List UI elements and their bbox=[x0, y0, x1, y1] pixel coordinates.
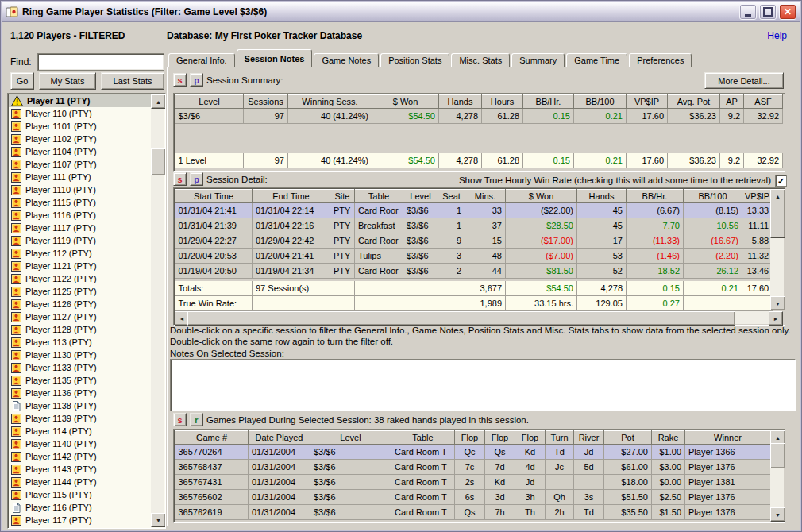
player-list-item[interactable]: Player 1125 (PTY) bbox=[9, 285, 151, 298]
game-row[interactable]: 36576261901/31/2004$3/$6Card Room TQs7hT… bbox=[175, 505, 771, 520]
tab-session-notes[interactable]: Session Notes bbox=[237, 49, 313, 67]
scroll-up-icon[interactable]: ▲ bbox=[151, 94, 166, 109]
column-header[interactable]: Winning Sess. bbox=[288, 95, 372, 109]
player-list-item[interactable]: Player 1126 (PTY) bbox=[9, 298, 151, 310]
column-header[interactable]: BB/Hr. bbox=[523, 95, 574, 109]
scroll-thumb[interactable] bbox=[151, 148, 166, 175]
player-list-item[interactable]: Player 113 (PTY) bbox=[9, 336, 151, 349]
help-link[interactable]: Help bbox=[767, 30, 787, 41]
player-list-scrollbar[interactable]: ▲ ▼ bbox=[151, 94, 164, 527]
refresh-button[interactable]: r bbox=[190, 413, 203, 426]
column-header[interactable]: BB/100 bbox=[574, 95, 627, 109]
player-list-item[interactable]: Player 1142 (PTY) bbox=[9, 450, 151, 463]
column-header[interactable]: Flop bbox=[515, 431, 546, 445]
close-button[interactable]: ✕ bbox=[779, 4, 796, 20]
tab-game-notes[interactable]: Game Notes bbox=[314, 53, 379, 67]
column-header[interactable]: Winner bbox=[685, 431, 771, 445]
column-header[interactable]: Start Time bbox=[175, 190, 253, 203]
player-list-item[interactable]: Player 1121 (PTY) bbox=[9, 260, 151, 272]
player-list-item[interactable]: Player 115 (PTY) bbox=[9, 488, 151, 501]
player-list-item[interactable]: Player 1143 (PTY) bbox=[9, 463, 151, 476]
player-list-item[interactable]: Player 1116 (PTY) bbox=[9, 209, 151, 222]
session-row[interactable]: 01/31/04 21:3901/31/04 22:16PTYBreakfast… bbox=[175, 218, 773, 233]
player-list-item[interactable]: Player 1136 (PTY) bbox=[9, 387, 151, 399]
player-list-item[interactable]: Player 1130 (PTY) bbox=[9, 349, 151, 361]
games-vscrollbar[interactable]: ▲ ▼ bbox=[770, 430, 784, 522]
scroll-thumb[interactable] bbox=[770, 443, 785, 468]
maximize-button[interactable] bbox=[759, 4, 777, 20]
player-list-item[interactable]: Player 1104 (PTY) bbox=[9, 145, 151, 158]
column-header[interactable]: End Time bbox=[253, 190, 330, 203]
column-header[interactable]: VP$IP bbox=[742, 190, 773, 203]
player-list-item[interactable]: Player 112 (PTY) bbox=[9, 247, 151, 260]
print-button[interactable]: p bbox=[190, 73, 203, 87]
column-header[interactable]: Rake bbox=[652, 431, 685, 445]
column-header[interactable]: Pot bbox=[604, 431, 652, 445]
column-header[interactable]: Avg. Pot bbox=[668, 95, 720, 109]
scroll-right-icon[interactable]: ► bbox=[769, 311, 783, 326]
minimize-button[interactable] bbox=[739, 4, 757, 20]
player-list-item[interactable]: Player 1117 (PTY) bbox=[9, 222, 151, 234]
player-list-item[interactable]: Player 1128 (PTY) bbox=[9, 323, 151, 336]
column-header[interactable]: ASF bbox=[744, 95, 783, 109]
last-stats-button[interactable]: Last Stats bbox=[101, 72, 164, 90]
column-header[interactable]: Hours bbox=[482, 95, 523, 109]
tab-position-stats[interactable]: Position Stats bbox=[380, 53, 449, 67]
column-header[interactable]: Sessions bbox=[244, 95, 288, 109]
column-header[interactable]: BB/100 bbox=[684, 190, 742, 203]
game-row[interactable]: 36576560201/31/2004$3/$6Card Room T6s3d3… bbox=[175, 490, 771, 505]
session-detail-hscrollbar[interactable]: ◄ ► bbox=[175, 311, 783, 324]
my-stats-button[interactable]: My Stats bbox=[39, 72, 96, 90]
true-hourly-checkbox[interactable]: ✓ bbox=[775, 175, 787, 187]
column-header[interactable]: Site bbox=[330, 190, 355, 203]
player-list-item[interactable]: Player 1140 (PTY) bbox=[9, 438, 151, 450]
column-header[interactable]: Level bbox=[403, 190, 438, 203]
column-header[interactable]: Level bbox=[175, 95, 244, 109]
column-header[interactable]: Flop bbox=[485, 431, 515, 445]
summary-row[interactable]: $3/$69740 (41.24%)$54.504,27861.280.150.… bbox=[175, 109, 783, 124]
player-list-item[interactable]: Player 110 (PTY) bbox=[9, 107, 151, 120]
column-header[interactable]: VP$IP bbox=[627, 95, 668, 109]
player-list-item[interactable]: Player 1127 (PTY) bbox=[9, 310, 151, 323]
session-detail-vscrollbar[interactable]: ▲ ▼ bbox=[770, 189, 784, 310]
find-input[interactable] bbox=[37, 53, 164, 71]
column-header[interactable]: Mins. bbox=[465, 190, 506, 203]
player-list-item[interactable]: Player 1138 (PTY) bbox=[9, 399, 151, 412]
scroll-down-icon[interactable]: ▼ bbox=[770, 507, 785, 522]
session-row[interactable]: 01/19/04 20:5001/19/04 21:34PTYCard Roor… bbox=[175, 264, 773, 279]
player-list-item[interactable]: Player 11 (PTY) bbox=[9, 94, 151, 107]
session-row[interactable]: 01/29/04 22:2701/29/04 22:42PTYCard Roor… bbox=[175, 233, 773, 249]
sql-button[interactable]: s bbox=[173, 73, 187, 87]
column-header[interactable]: $ Won bbox=[372, 95, 439, 109]
player-list-item[interactable]: Player 117 (PTY) bbox=[9, 514, 151, 526]
tab-preferences[interactable]: Preferences bbox=[629, 53, 692, 67]
player-list-item[interactable]: Player 1135 (PTY) bbox=[9, 374, 151, 387]
session-notes-textarea[interactable] bbox=[170, 359, 796, 411]
game-row[interactable]: 36577026401/31/2004$3/$6Card Room TQcQsK… bbox=[175, 445, 771, 460]
player-list-item[interactable]: Player 1133 (PTY) bbox=[9, 361, 151, 374]
player-list-item[interactable]: Player 114 (PTY) bbox=[9, 425, 151, 438]
column-header[interactable]: Hands bbox=[577, 190, 627, 203]
column-header[interactable]: Game # bbox=[175, 431, 249, 445]
tab-misc-stats[interactable]: Misc. Stats bbox=[451, 53, 510, 67]
tab-game-time[interactable]: Game Time bbox=[566, 53, 627, 67]
game-row[interactable]: 36576743101/31/2004$3/$6Card Room T2sKdJ… bbox=[175, 475, 771, 490]
column-header[interactable]: Level bbox=[310, 431, 391, 445]
scroll-thumb[interactable] bbox=[187, 311, 735, 326]
player-list-item[interactable]: Player 1119 (PTY) bbox=[9, 234, 151, 247]
session-row[interactable]: 01/31/04 21:4101/31/04 22:14PTYCard Roor… bbox=[175, 203, 773, 218]
tab-summary[interactable]: Summary bbox=[511, 53, 565, 67]
sql-button[interactable]: s bbox=[173, 413, 187, 426]
player-list-item[interactable]: Player 1101 (PTY) bbox=[9, 120, 151, 133]
column-header[interactable]: AP bbox=[720, 95, 744, 109]
player-list-item[interactable]: Player 1144 (PTY) bbox=[9, 476, 151, 488]
column-header[interactable]: Hands bbox=[439, 95, 482, 109]
column-header[interactable]: Turn bbox=[546, 431, 574, 445]
go-button[interactable]: Go bbox=[10, 72, 34, 90]
player-list-item[interactable]: Player 1122 (PTY) bbox=[9, 272, 151, 285]
true-win-rate-row[interactable]: True Win Rate:1,98933.15 hrs.129.050.27 bbox=[175, 296, 773, 311]
game-row[interactable]: 36576843701/31/2004$3/$6Card Room T7c7d4… bbox=[175, 460, 771, 475]
player-list-item[interactable]: Player 1115 (PTY) bbox=[9, 196, 151, 209]
column-header[interactable]: River bbox=[574, 431, 604, 445]
player-list-item[interactable]: Player 1139 (PTY) bbox=[9, 412, 151, 425]
